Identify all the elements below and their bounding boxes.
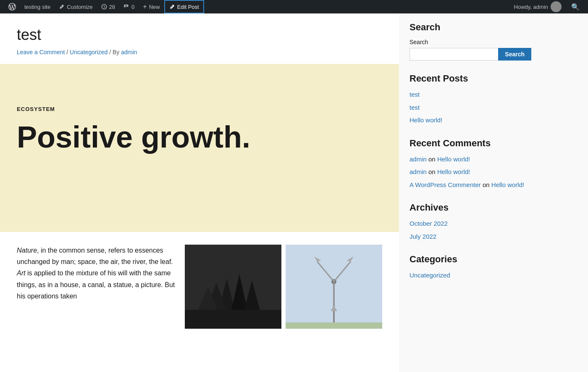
categories-heading: Categories	[410, 254, 531, 265]
wp-logo-icon	[8, 3, 16, 11]
edit-post-label: Edit Post	[177, 4, 199, 10]
comment-post-2[interactable]: Hello world!	[437, 168, 470, 175]
customize-button[interactable]: Customize	[55, 0, 97, 13]
author-link[interactable]: admin	[121, 49, 137, 55]
forest-svg	[185, 245, 281, 329]
forest-image	[185, 245, 281, 329]
new-button[interactable]: + New	[139, 0, 164, 13]
search-section: Search Search Search	[410, 22, 531, 61]
archive-jul-2022[interactable]: July 2022	[410, 232, 531, 242]
body-text-2: is applied to the mixture of his will wi…	[17, 269, 175, 299]
recent-comments-heading: Recent Comments	[410, 138, 531, 149]
recent-posts-section: Recent Posts test test Hello world!	[410, 73, 531, 125]
comments-count: 0	[131, 4, 134, 10]
comment-post-1[interactable]: Hello world!	[437, 156, 470, 163]
windmill-image	[286, 245, 382, 329]
comment-post-3[interactable]: Hello world!	[491, 181, 524, 188]
comment-item-1: admin on Hello world!	[410, 155, 531, 164]
search-input[interactable]	[410, 48, 498, 61]
recent-posts-heading: Recent Posts	[410, 73, 531, 84]
customize-icon	[59, 4, 65, 10]
meta-sep1: /	[66, 49, 70, 55]
site-name-label: testing site	[24, 4, 50, 10]
comment-on-3: on	[483, 181, 491, 188]
svg-rect-16	[286, 322, 382, 329]
leave-comment-link[interactable]: Leave a Comment	[17, 49, 65, 55]
edit-icon	[169, 4, 175, 10]
howdy-label: Howdy, admin	[514, 4, 548, 10]
recent-comments-section: Recent Comments admin on Hello world! ad…	[410, 138, 531, 190]
comment-author-3[interactable]: A WordPress Commenter	[410, 181, 481, 188]
edit-post-button[interactable]: Edit Post	[164, 0, 204, 13]
post-header: test Leave a Comment / Uncategorized / B…	[0, 13, 399, 64]
meta-sep2: / By	[109, 49, 121, 55]
recent-post-3[interactable]: Hello world!	[410, 116, 531, 125]
recent-post-1[interactable]: test	[410, 90, 531, 100]
comment-item-2: admin on Hello world!	[410, 167, 531, 177]
category-link[interactable]: Uncategorized	[70, 49, 108, 55]
page-wrapper: test Leave a Comment / Uncategorized / B…	[0, 13, 588, 372]
post-images	[185, 245, 382, 329]
main-content: test Leave a Comment / Uncategorized / B…	[0, 13, 399, 372]
customize-label: Customize	[67, 4, 92, 10]
sidebar: Search Search Search Recent Posts test t…	[399, 13, 542, 372]
post-meta: Leave a Comment / Uncategorized / By adm…	[17, 49, 382, 55]
archives-heading: Archives	[410, 202, 531, 213]
adminbar-right: Howdy, admin 🔍	[511, 1, 584, 12]
categories-section: Categories Uncategorized	[410, 254, 531, 280]
category-uncategorized[interactable]: Uncategorized	[410, 271, 531, 280]
new-label: New	[149, 4, 160, 10]
search-label: Search	[410, 39, 531, 45]
comment-on-2: on	[428, 168, 437, 175]
post-body: Nature, in the common sense, refers to e…	[0, 232, 399, 341]
search-heading: Search	[410, 22, 531, 33]
avatar	[551, 1, 562, 12]
comment-author-2[interactable]: admin	[410, 168, 427, 175]
svg-rect-6	[185, 310, 281, 329]
comment-author-1[interactable]: admin	[410, 156, 427, 163]
recent-post-2[interactable]: test	[410, 103, 531, 113]
adminbar-search-button[interactable]: 🔍	[567, 3, 584, 11]
comments-button[interactable]: 0	[119, 0, 139, 13]
archives-section: Archives October 2022 July 2022	[410, 202, 531, 241]
wp-logo[interactable]	[4, 0, 20, 13]
search-button[interactable]: Search	[498, 48, 531, 61]
search-row: Search	[410, 48, 531, 61]
howdy-section[interactable]: Howdy, admin	[511, 1, 565, 12]
windmill-svg	[286, 245, 382, 329]
featured-area: ECOSYSTEM Positive growth.	[0, 64, 399, 232]
comment-item-3: A WordPress Commenter on Hello world!	[410, 180, 531, 190]
archive-oct-2022[interactable]: October 2022	[410, 219, 531, 229]
site-name[interactable]: testing site	[20, 0, 55, 13]
body-text-1: , in the common sense, refers to essence…	[17, 247, 173, 265]
post-title: test	[17, 26, 382, 44]
post-body-text: Nature, in the common sense, refers to e…	[17, 245, 176, 302]
comments-icon	[123, 4, 129, 10]
comment-on-1: on	[428, 156, 437, 163]
nature-em: Nature	[17, 247, 37, 254]
plus-icon: +	[143, 3, 147, 11]
updates-icon	[101, 4, 107, 10]
updates-count: 28	[109, 4, 115, 10]
ecosystem-label: ECOSYSTEM	[17, 106, 382, 112]
updates-button[interactable]: 28	[97, 0, 119, 13]
art-em: Art	[17, 269, 25, 277]
headline: Positive growth.	[17, 121, 269, 154]
admin-bar: testing site Customize 28 0 + New Edit P…	[0, 0, 588, 13]
